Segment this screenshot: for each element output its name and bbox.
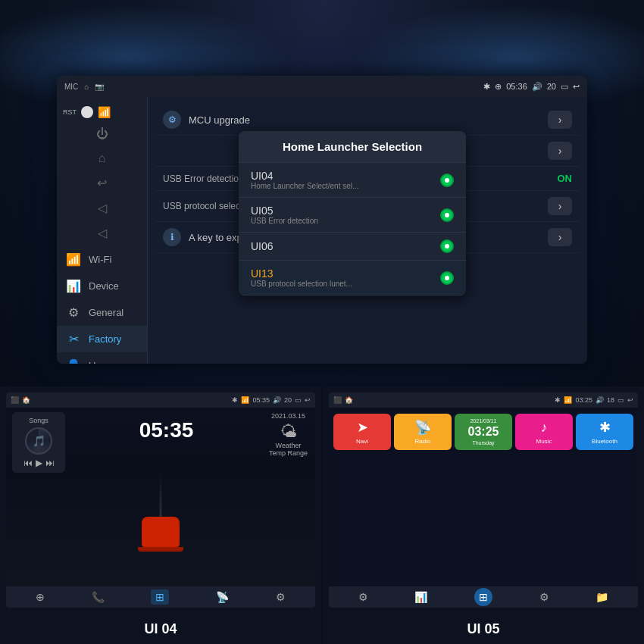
ui04-top-bar: Songs 🎵 ⏮ ▶ ⏭ 05:35 <box>6 408 315 477</box>
tile-navi[interactable]: ➤ Navi <box>333 414 391 450</box>
rst-button[interactable] <box>81 106 93 118</box>
ui13-radio[interactable] <box>440 271 454 285</box>
status-left: MIC ⌂ 📷 <box>64 83 104 91</box>
sub-screens-row: ⬛ 🏠 ✱ 📶 05:35 🔊 20 ▭ ↩ <box>0 386 644 614</box>
dropdown-item-ui13[interactable]: UI13 USB protocol selection lunet... <box>239 261 466 295</box>
wifi-status-icon: ⊕ <box>495 82 502 92</box>
bluetooth-label: Bluetooth <box>592 438 617 445</box>
ui13-sublabel: USB protocol selection lunet... <box>251 280 352 288</box>
ui04-back[interactable]: ↩ <box>305 396 311 404</box>
device-label: Device <box>89 280 119 292</box>
sidebar-home-icon[interactable]: ⌂ <box>98 152 106 165</box>
play-btn[interactable]: ▶ <box>36 458 42 468</box>
dropdown-item-ui05[interactable]: UI05 USB Error detection <box>239 198 466 233</box>
power-icon[interactable]: ⏻ <box>96 127 108 141</box>
sidebar-item-device[interactable]: 📊 Device <box>57 273 147 299</box>
ui06-label: UI06 <box>251 240 274 252</box>
music-icon: ♪ <box>541 420 548 436</box>
ui05-bottom-nav: ⚙ 📊 ⊞ ⚙ 📁 <box>329 586 638 608</box>
volume-status-icon: 🔊 <box>532 82 542 92</box>
ui04-wifi-icon: 📶 <box>241 396 249 404</box>
bluetooth-icon: ✱ <box>599 419 611 436</box>
clock-date: 2021/03/11 <box>470 418 496 424</box>
usb-proto-chevron[interactable]: › <box>548 197 572 215</box>
usb-error-toggle[interactable]: ON <box>558 173 573 184</box>
tile-radio[interactable]: 📡 Radio <box>394 414 452 450</box>
battery-icon: ▭ <box>561 82 568 92</box>
sidebar-item-factory[interactable]: ✂ Factory <box>57 326 147 352</box>
dropdown-item-ui04[interactable]: UI04 Home Launcher Select/ent sel... <box>239 163 466 198</box>
dropdown-item-ui06[interactable]: UI06 <box>239 233 466 261</box>
radio-icon: 📡 <box>414 419 431 436</box>
ui05-spacer <box>329 453 638 586</box>
ui04-vol-icon: 🔊 <box>273 396 281 404</box>
weather-label: Weather <box>276 442 302 449</box>
ui04-nav-phone[interactable]: 📞 <box>92 591 105 603</box>
ui05-content: ➤ Navi 📡 Radio 2021/03/11 03:25 Thursday <box>329 408 638 608</box>
ui05-nav-settings[interactable]: ⚙ <box>358 591 368 603</box>
home-icon: ⌂ <box>84 83 89 91</box>
main-status-bar: MIC ⌂ 📷 ✱ ⊕ 05:36 🔊 20 ▭ ↩ <box>57 76 587 97</box>
back-nav-icon[interactable]: ↩ <box>97 176 107 190</box>
ui05-nav-gear[interactable]: ⚙ <box>539 591 549 603</box>
tile-bluetooth[interactable]: ✱ Bluetooth <box>576 414 633 450</box>
volume-up-icon[interactable]: ◁ <box>98 226 107 240</box>
back-icon[interactable]: ↩ <box>573 82 580 92</box>
weather-icon: 🌤 <box>280 422 297 442</box>
ui04-radio[interactable] <box>440 174 454 187</box>
navi-label: Navi <box>356 438 368 445</box>
export-chevron[interactable]: › <box>548 228 572 246</box>
music-controls[interactable]: ⏮ ▶ ⏭ <box>23 458 55 468</box>
ui05-status-bar: ⬛ 🏠 ✱ 📶 03:25 🔊 18 ▭ ↩ <box>329 392 638 408</box>
factory-label: Factory <box>89 333 121 345</box>
clock-time: 03:25 <box>468 426 499 438</box>
ui04-batt-icon: ▭ <box>295 396 302 404</box>
ui05-vol-icon: 🔊 <box>596 396 604 404</box>
ui05-app-tiles: ➤ Navi 📡 Radio 2021/03/11 03:25 Thursday <box>329 408 638 453</box>
row2-chevron[interactable]: › <box>548 142 572 160</box>
sidebar-item-general[interactable]: ⚙ General <box>57 299 147 326</box>
general-label: General <box>89 307 123 318</box>
weather-date: 2021.03.15 <box>271 412 305 420</box>
usb-error-label: USB Error detection <box>163 174 244 184</box>
home-launcher-dropdown[interactable]: Home Launcher Selection UI04 Home Launch… <box>239 131 466 295</box>
prev-btn[interactable]: ⏮ <box>23 458 33 468</box>
songs-label: Songs <box>29 417 48 424</box>
tile-music[interactable]: ♪ Music <box>515 414 573 450</box>
ui05-wrapper: ⬛ 🏠 ✱ 📶 03:25 🔊 18 ▭ ↩ <box>323 386 644 614</box>
main-car-screen: MIC ⌂ 📷 ✱ ⊕ 05:36 🔊 20 ▭ ↩ RST 📶 ⏻ ⌂ ↩ <box>57 76 587 364</box>
ui06-radio[interactable] <box>440 239 454 253</box>
ui04-nav-grid[interactable]: ⊞ <box>151 589 169 605</box>
sidebar-item-wifi[interactable]: 📶 Wi-Fi <box>57 246 147 273</box>
tile-clock[interactable]: 2021/03/11 03:25 Thursday <box>455 414 512 450</box>
ui04-sb-home: 🏠 <box>22 396 30 404</box>
ui04-nav-compass[interactable]: ⊕ <box>36 591 45 603</box>
ui05-nav-grid[interactable]: ⊞ <box>474 588 492 606</box>
ui04-nav-signal[interactable]: 📡 <box>216 591 229 603</box>
status-right: ✱ ⊕ 05:36 🔊 20 ▭ ↩ <box>483 82 580 92</box>
ui05-nav-chart[interactable]: 📊 <box>414 591 427 603</box>
ui05-back[interactable]: ↩ <box>627 396 633 404</box>
device-icon: 📊 <box>66 279 81 293</box>
ui04-screen-label: UI 04 <box>0 614 323 644</box>
radio-label: Radio <box>415 438 431 445</box>
next-btn[interactable]: ⏭ <box>45 458 55 468</box>
ui05-nav-folder[interactable]: 📁 <box>596 591 608 603</box>
ui05-radio[interactable] <box>440 208 454 222</box>
volume-down-icon[interactable]: ◁ <box>98 201 107 215</box>
rst-label: RST <box>63 108 77 116</box>
export-info-icon: ℹ <box>163 228 181 246</box>
ui04-wrapper: ⬛ 🏠 ✱ 📶 05:35 🔊 20 ▭ ↩ <box>0 386 323 614</box>
ui05-screen: ⬛ 🏠 ✱ 📶 03:25 🔊 18 ▭ ↩ <box>329 392 638 608</box>
car-3d-view <box>142 517 180 547</box>
mcu-chevron[interactable]: › <box>548 111 572 129</box>
ui04-clock: 05:35 <box>71 412 261 442</box>
music-label: Music <box>536 438 552 445</box>
mcu-icon: ⚙ <box>163 111 181 129</box>
user-label: User <box>89 360 109 364</box>
ui05-label: UI05 <box>251 205 318 217</box>
ui04-time: 05:35 <box>252 396 270 404</box>
ui04-nav-settings[interactable]: ⚙ <box>276 591 286 603</box>
sidebar-item-user[interactable]: 👤 User <box>57 352 147 364</box>
battery-level: 20 <box>547 82 556 91</box>
